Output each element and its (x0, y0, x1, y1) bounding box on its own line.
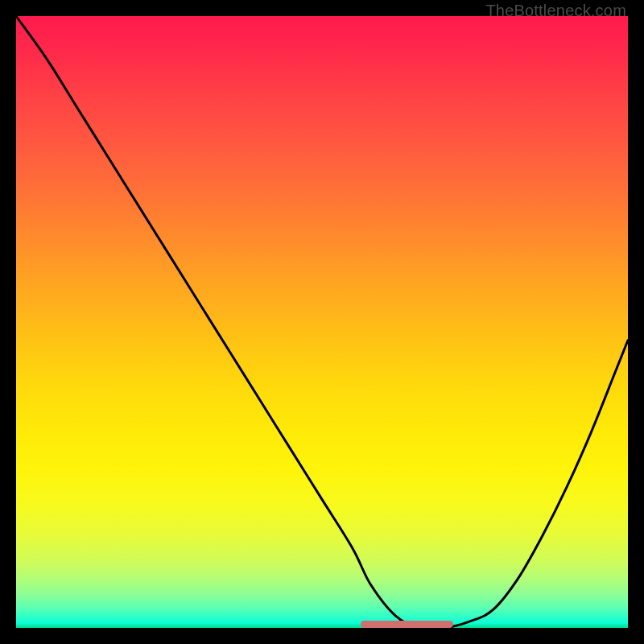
bottleneck-curve (16, 16, 628, 628)
chart-frame: TheBottleneck.com (0, 0, 644, 644)
optimal-range-highlight (361, 621, 453, 628)
watermark-text: TheBottleneck.com (485, 2, 626, 20)
